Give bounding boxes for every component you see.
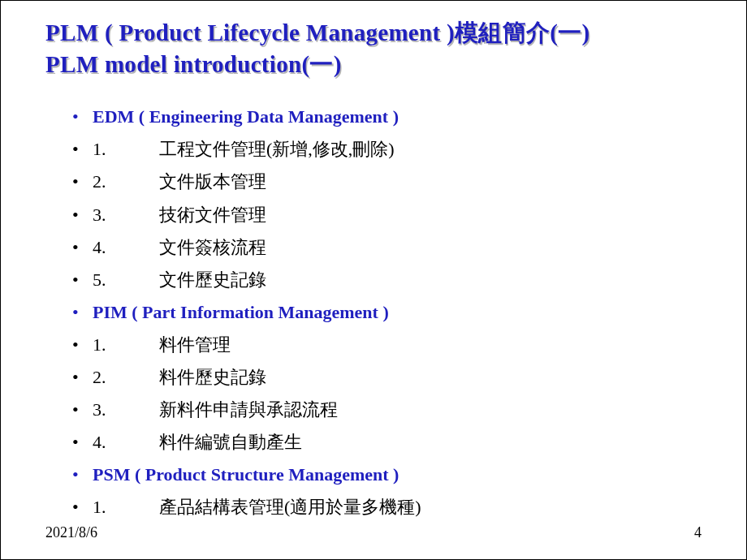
title-line-2: PLM model introduction(一)	[45, 49, 702, 80]
list-item: • 3. 技術文件管理	[68, 201, 702, 229]
item-text: 產品結構表管理(適用於量多機種)	[159, 493, 421, 521]
bullet-icon: •	[68, 493, 93, 521]
section-heading: EDM ( Engineering Data Management )	[93, 103, 399, 131]
bullet-icon: •	[68, 168, 93, 196]
item-text: 文件歷史記錄	[159, 266, 266, 294]
list-item: • 4. 料件編號自動產生	[68, 429, 702, 456]
list-item: • 5. 文件歷史記錄	[68, 266, 702, 294]
item-text: 料件歷史記錄	[159, 364, 266, 391]
section-heading: PSM ( Product Structure Management )	[93, 461, 399, 489]
item-text: 工程文件管理(新增,修改,刪除)	[159, 136, 395, 163]
list-item: • 2. 文件版本管理	[68, 168, 702, 196]
section-heading: PIM ( Part Information Management )	[93, 299, 389, 326]
bullet-icon: •	[68, 429, 93, 456]
bullet-icon: •	[68, 331, 93, 359]
content-area: • EDM ( Engineering Data Management ) • …	[45, 103, 702, 521]
item-number: 1.	[93, 493, 159, 521]
item-number: 2.	[93, 168, 159, 196]
list-item: • 1. 工程文件管理(新增,修改,刪除)	[68, 136, 702, 163]
slide-container: PLM ( Product Lifecycle Management )模組簡介…	[1, 1, 746, 559]
item-number: 3.	[93, 396, 159, 424]
item-text: 技術文件管理	[159, 201, 266, 229]
bullet-icon: •	[68, 364, 93, 391]
list-item: • 2. 料件歷史記錄	[68, 364, 702, 391]
item-number: 4.	[93, 234, 159, 261]
section-heading-row: • EDM ( Engineering Data Management )	[68, 103, 702, 131]
bullet-icon: •	[68, 299, 93, 326]
bullet-icon: •	[68, 266, 93, 294]
footer-page-number: 4	[694, 524, 702, 541]
section-heading-row: • PIM ( Part Information Management )	[68, 299, 702, 326]
list-item: • 4. 文件簽核流程	[68, 234, 702, 261]
title-line-1: PLM ( Product Lifecycle Management )模組簡介…	[45, 17, 702, 49]
title-block: PLM ( Product Lifecycle Management )模組簡介…	[45, 17, 702, 80]
footer: 2021/8/6 4	[45, 524, 702, 541]
section-heading-row: • PSM ( Product Structure Management )	[68, 461, 702, 489]
item-number: 4.	[93, 429, 159, 456]
bullet-icon: •	[68, 234, 93, 261]
bullet-icon: •	[68, 461, 93, 489]
footer-date: 2021/8/6	[45, 524, 97, 541]
item-number: 1.	[93, 136, 159, 163]
list-item: • 3. 新料件申請與承認流程	[68, 396, 702, 424]
item-text: 料件編號自動產生	[159, 429, 302, 456]
bullet-icon: •	[68, 136, 93, 163]
item-number: 5.	[93, 266, 159, 294]
list-item: • 1. 料件管理	[68, 331, 702, 359]
bullet-icon: •	[68, 103, 93, 131]
item-number: 2.	[93, 364, 159, 391]
item-number: 1.	[93, 331, 159, 359]
item-text: 文件簽核流程	[159, 234, 266, 261]
item-number: 3.	[93, 201, 159, 229]
item-text: 文件版本管理	[159, 168, 266, 196]
bullet-icon: •	[68, 201, 93, 229]
bullet-icon: •	[68, 396, 93, 424]
list-item: • 1. 產品結構表管理(適用於量多機種)	[68, 493, 702, 521]
item-text: 新料件申請與承認流程	[159, 396, 338, 424]
item-text: 料件管理	[159, 331, 231, 359]
